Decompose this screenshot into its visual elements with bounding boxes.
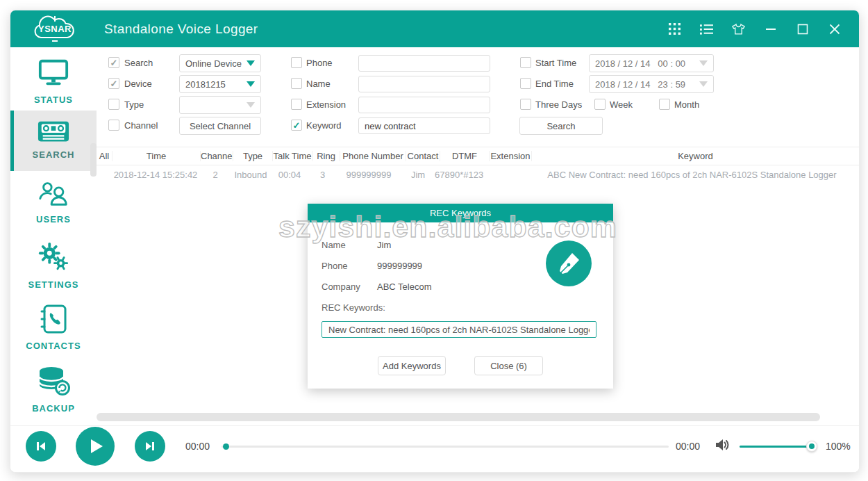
- extension-input[interactable]: [358, 97, 490, 113]
- player-bar: 00:00 00:00 100%: [10, 425, 859, 472]
- end-time-label: End Time: [535, 79, 574, 89]
- elapsed-time: 00:00: [185, 441, 210, 452]
- previous-track-button[interactable]: [26, 431, 56, 462]
- filter-row-2: ✓ Device 20181215 Name End Time 2018 / 1…: [97, 75, 859, 93]
- type-checkbox[interactable]: [108, 99, 119, 110]
- chevron-down-icon: [699, 60, 708, 66]
- type-label: Type: [124, 99, 144, 110]
- week-label: Week: [610, 99, 633, 110]
- sidebar-item-label: SEARCH: [10, 149, 97, 160]
- previous-icon: [35, 440, 47, 453]
- skin-theme-icon[interactable]: [732, 22, 745, 35]
- rec-keywords-label: REC Keywords:: [322, 302, 385, 313]
- chevron-down-icon: [247, 102, 255, 108]
- page: YSNAR Standalone Voice Logger: [0, 0, 868, 481]
- minimize-button[interactable]: [764, 22, 777, 35]
- sidebar-item-label: SETTINGS: [10, 279, 97, 290]
- sidebar-item-label: USERS: [10, 214, 97, 225]
- titlebar-icons: [668, 22, 841, 35]
- rec-keywords-input[interactable]: [322, 321, 596, 338]
- total-time: 00:00: [676, 441, 700, 452]
- column-header-time: Time: [112, 151, 201, 161]
- column-header-dtmf: DTMF: [440, 151, 490, 161]
- close-button[interactable]: [828, 22, 841, 35]
- filter-row-3: Type Extension Three Days Week Month: [97, 96, 859, 114]
- app-title: Standalone Voice Logger: [104, 22, 258, 37]
- device-checkbox[interactable]: ✓: [108, 78, 119, 89]
- month-label: Month: [674, 99, 699, 110]
- horizontal-scrollbar[interactable]: [97, 413, 820, 421]
- search-label: Search: [124, 58, 153, 68]
- volume-slider[interactable]: [740, 446, 817, 448]
- chevron-down-icon: [247, 60, 255, 66]
- select-channel-button[interactable]: Select Channel: [179, 117, 261, 135]
- cell-dtmf: 67890*#123: [435, 170, 483, 180]
- keyword-input[interactable]: [358, 117, 490, 134]
- brand-logo: YSNAR: [31, 13, 78, 45]
- field-value-name: Jim: [377, 240, 391, 250]
- edit-pen-icon[interactable]: [546, 241, 592, 286]
- channel-checkbox[interactable]: [108, 120, 119, 131]
- device-label: Device: [124, 79, 152, 89]
- sidebar-item-label: STATUS: [10, 95, 97, 105]
- keyword-label: Keyword: [306, 120, 342, 131]
- sidebar-item-contacts[interactable]: CONTACTS: [10, 304, 97, 351]
- database-backup-icon: [37, 366, 70, 396]
- column-header-ring: Ring: [312, 151, 340, 161]
- monitor-icon: [37, 58, 69, 88]
- keyword-checkbox[interactable]: ✓: [291, 120, 302, 131]
- extension-checkbox[interactable]: [291, 99, 302, 110]
- progress-knob[interactable]: [223, 443, 229, 450]
- column-header-keyword: Keyword: [532, 151, 859, 161]
- search-button[interactable]: Search: [519, 117, 603, 135]
- name-checkbox[interactable]: [291, 78, 302, 89]
- close-dialog-button[interactable]: Close (6): [474, 356, 543, 375]
- next-track-button[interactable]: [135, 431, 165, 462]
- three-days-checkbox[interactable]: [520, 99, 531, 110]
- gears-icon: [37, 242, 69, 272]
- sidebar-item-users[interactable]: USERS: [10, 179, 97, 225]
- add-keywords-button[interactable]: Add Keywords: [378, 356, 446, 375]
- name-input[interactable]: [358, 76, 490, 92]
- apps-grid-icon[interactable]: [668, 22, 681, 35]
- sidebar-item-status[interactable]: STATUS: [10, 58, 97, 105]
- phone-input[interactable]: [358, 55, 490, 72]
- table-vertical-scrollbar[interactable]: [90, 143, 97, 177]
- play-button[interactable]: [76, 427, 115, 466]
- start-time-picker[interactable]: 2018 / 12 / 14 00 : 00: [589, 54, 714, 72]
- next-icon: [144, 440, 156, 453]
- speaker-icon[interactable]: [715, 437, 730, 455]
- cell-talk-time: 00:04: [270, 170, 309, 180]
- type-select[interactable]: [179, 96, 261, 114]
- phone-checkbox[interactable]: [291, 57, 302, 68]
- sidebar-item-backup[interactable]: BACKUP: [10, 366, 97, 414]
- table-header: All Time Channel Type Talk Time Ring Pho…: [97, 147, 859, 165]
- month-checkbox[interactable]: [659, 99, 670, 110]
- online-device-select[interactable]: Online Device: [179, 54, 261, 72]
- end-time-picker[interactable]: 2018 / 12 / 14 23 : 59: [589, 75, 714, 93]
- sidebar-item-label: CONTACTS: [10, 341, 97, 351]
- dialog-title: REC Keywords: [308, 204, 613, 222]
- volume-knob[interactable]: [806, 441, 817, 452]
- table-row[interactable]: 2018-12-14 15:25:42 2 Inbound 00:04 3 99…: [97, 165, 859, 184]
- field-value-company: ABC Telecom: [377, 282, 432, 292]
- sidebar-item-search[interactable]: SEARCH: [10, 111, 97, 171]
- device-select[interactable]: 20181215: [179, 75, 261, 93]
- phonebook-icon: [40, 304, 67, 334]
- extension-label: Extension: [306, 99, 346, 110]
- column-header-phone-number: Phone Number: [340, 151, 406, 161]
- sidebar-item-settings[interactable]: SETTINGS: [10, 242, 97, 290]
- field-label-phone: Phone: [322, 261, 348, 271]
- three-days-label: Three Days: [535, 99, 582, 110]
- list-view-icon[interactable]: [700, 22, 713, 35]
- play-icon: [89, 439, 104, 454]
- end-time-checkbox[interactable]: [520, 78, 531, 89]
- progress-slider[interactable]: [222, 446, 669, 448]
- maximize-button[interactable]: [796, 22, 809, 35]
- cell-contact: Jim: [401, 170, 435, 180]
- cassette-tape-icon: [37, 120, 69, 142]
- start-time-checkbox[interactable]: [520, 57, 531, 68]
- sidebar: STATUS SEARCH USERS: [10, 47, 97, 426]
- search-checkbox[interactable]: ✓: [108, 57, 119, 68]
- week-checkbox[interactable]: [594, 99, 606, 110]
